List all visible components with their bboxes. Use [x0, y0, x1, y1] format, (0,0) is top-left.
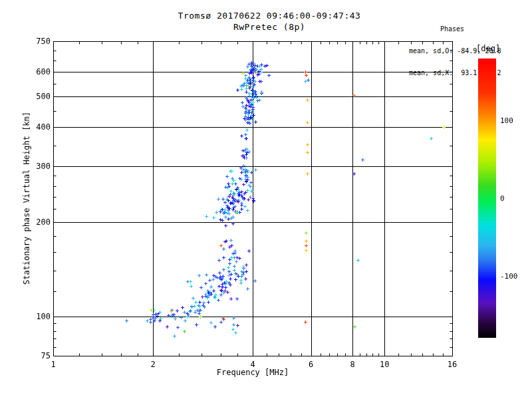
y-tick-label: 750	[24, 37, 51, 46]
x-tick-label: 1	[51, 360, 55, 369]
colorbar-tick-label: 100	[500, 116, 513, 125]
y-tick-label: 400	[24, 122, 51, 132]
y-tick-label: 200	[24, 217, 51, 227]
colorbar-gradient	[478, 59, 496, 338]
x-tick-label: 2	[150, 360, 155, 369]
scatter-plot-canvas	[0, 0, 532, 399]
x-tick-label: 10	[380, 360, 389, 369]
colorbar-unit-label: [deg]	[476, 44, 500, 53]
ionogram-figure: { "header": { "title": "Tromsø 20170622 …	[0, 0, 532, 399]
x-axis-title: Frequency [MHz]	[53, 368, 452, 377]
y-tick-label: 500	[24, 92, 51, 101]
x-tick-label: 6	[309, 360, 313, 369]
y-tick-label: 100	[24, 312, 51, 321]
y-tick-label: 75	[24, 351, 51, 360]
y-tick-label: 600	[24, 67, 51, 76]
y-axis-title: Stationary phase Virtual Height [km]	[22, 112, 31, 285]
colorbar-tick-label: 0	[500, 194, 505, 203]
colorbar-tick-label: -100	[500, 271, 518, 280]
x-tick-label: 8	[350, 360, 354, 369]
x-tick-label: 16	[448, 360, 457, 369]
x-tick-label: 4	[250, 360, 255, 369]
y-tick-label: 300	[24, 162, 51, 171]
